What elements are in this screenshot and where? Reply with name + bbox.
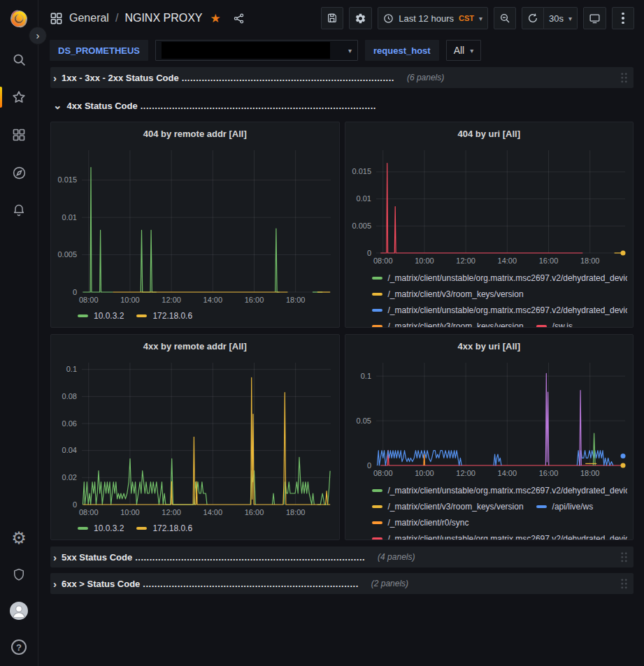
explore-compass-icon[interactable] [5,161,33,184]
svg-text:0: 0 [366,461,371,470]
row-drag-handle-icon[interactable] [620,578,628,590]
legend-item[interactable]: /_matrix/client/r0/sync [372,518,469,528]
legend-series-swatch [372,325,382,328]
variable-label-ds-prometheus: DS_PROMETHEUS [50,40,148,61]
panel-404-by-uri-all: 404 by uri [All]00.0050.010.01508:0010:0… [345,122,634,328]
legend-item[interactable]: /_matrix/client/unstable/org.matrix.msc2… [372,273,628,283]
legend-row: /_matrix/client/r0/sync [372,514,628,530]
row-drag-handle-icon[interactable] [620,72,628,84]
tv-mode-button[interactable] [583,7,606,29]
datasource-dropdown[interactable]: ▾ [155,40,358,61]
dashboards-icon[interactable] [5,123,33,147]
request-host-dropdown[interactable]: All ▾ [446,40,482,61]
legend-item[interactable]: 10.0.3.2 [78,523,124,533]
search-icon[interactable] [5,48,33,71]
row-title: 1xx - 3xx - 2xx Status Code [62,73,179,83]
legend-item[interactable]: /_matrix/client/v3/room_keys/version [372,289,524,299]
legend-item[interactable]: /_matrix/client/v3/room_keys/version [372,502,524,512]
alerting-bell-icon[interactable] [5,198,33,222]
refresh-button[interactable] [522,7,544,29]
legend-series-label: /_matrix/client/v3/room_keys/version [388,289,524,299]
time-range-picker[interactable]: Last 12 hours CST ▾ [378,7,488,29]
chevron-right-icon: › [53,72,57,84]
admin-shield-icon[interactable] [5,563,33,586]
legend-series-label: /api/live/ws [552,502,594,512]
legend-series-label: 10.0.3.2 [94,311,124,321]
legend-item[interactable]: /sw.js [536,321,573,328]
help-icon[interactable]: ? [5,635,33,659]
row-title-dots: ........................................… [143,579,358,589]
legend-series-swatch [136,527,147,530]
row-title: 6xx > Status Code [62,579,140,589]
refresh-interval-picker[interactable]: 30s ▾ [544,7,578,29]
panel-title[interactable]: 4xx by uri [All] [345,335,634,357]
panel-legend: 10.0.3.2172.18.0.6 [51,306,339,327]
monitor-icon [589,13,601,24]
chart-canvas[interactable]: 00.050.108:0010:0012:0014:0016:0018:00 [345,357,634,479]
row-6xx[interactable]: › 6xx > Status Code ....................… [50,573,634,594]
svg-text:0.01: 0.01 [62,213,77,222]
row-5xx[interactable]: › 5xx Status Code ......................… [50,546,634,567]
grafana-logo[interactable] [7,7,31,31]
chart-plot-area[interactable]: 00.050.108:0010:0012:0014:0016:0018:00 [345,357,634,479]
svg-text:10:00: 10:00 [120,296,140,304]
row-4xx[interactable]: ⌄ 4xx Status Code ......................… [50,94,634,117]
row-panel-count: (6 panels) [407,73,444,82]
panel-title[interactable]: 404 by uri [All] [345,122,634,145]
settings-gear-icon[interactable]: ⚙ [5,526,33,550]
svg-text:08:00: 08:00 [79,296,99,304]
refresh-group: 30s ▾ [522,7,578,29]
chart-canvas[interactable]: 00.0050.010.01508:0010:0012:0014:0016:00… [51,145,339,306]
legend-series-label: /sw.js [552,321,573,328]
favorite-star-icon[interactable]: ★ [210,11,221,26]
legend-series-swatch [372,277,382,280]
dashboard-title[interactable]: NGINX PROXY [124,12,202,24]
row-drag-handle-icon[interactable] [620,551,628,563]
share-icon[interactable] [233,13,245,24]
panel-title[interactable]: 4xx by remote addr [All] [51,335,339,357]
legend-item[interactable]: /api/live/ws [536,502,594,512]
breadcrumb-folder[interactable]: General [69,12,109,24]
user-avatar[interactable] [5,599,33,623]
row-1xx-3xx-2xx[interactable]: › 1xx - 3xx - 2xx Status Code ..........… [50,67,634,88]
chevron-down-icon: ▾ [479,15,482,22]
save-dashboard-button[interactable] [321,7,343,29]
legend-item[interactable]: /_matrix/client/v3/room_keys/version [372,321,524,328]
svg-text:14:00: 14:00 [497,256,517,265]
panel-4xx-by-uri-all: 4xx by uri [All]00.050.108:0010:0012:001… [345,334,634,540]
legend-item[interactable]: /_matrix/client/unstable/org.matrix.msc2… [372,486,628,495]
timezone-label: CST [459,14,474,22]
legend-series-swatch [78,527,88,530]
chart-canvas[interactable]: 00.0050.010.01508:0010:0012:0014:0016:00… [345,145,634,267]
svg-text:14:00: 14:00 [497,469,517,477]
legend-item[interactable]: /_matrix/client/unstable/org.matrix.msc2… [372,305,628,315]
legend-item[interactable]: 10.0.3.2 [78,311,124,321]
panel-title[interactable]: 404 by remote addr [All] [51,122,339,145]
legend-item[interactable]: /_matrix/client/unstable/org.matrix.msc2… [372,534,628,540]
zoom-out-button[interactable] [494,7,516,29]
legend-item[interactable]: 172.18.0.6 [136,523,192,533]
sidebar-expand-button[interactable]: › [29,27,47,45]
panel-legend: /_matrix/client/unstable/org.matrix.msc2… [345,267,634,327]
row-panel-count: (2 panels) [371,579,408,588]
chart-plot-area[interactable]: 00.0050.010.01508:0010:0012:0014:0016:00… [51,145,339,306]
legend-series-label: 172.18.0.6 [152,311,192,321]
svg-text:0.1: 0.1 [66,365,77,373]
clock-icon [383,13,394,24]
main-area: General / NGINX PROXY ★ [38,0,644,666]
chevron-down-icon: ▾ [348,47,352,55]
legend-row: /_matrix/client/unstable/org.matrix.msc2… [372,530,628,540]
starred-dashboards-icon[interactable] [5,85,33,109]
svg-text:0.015: 0.015 [352,167,371,175]
legend-item[interactable]: 172.18.0.6 [136,311,192,321]
svg-text:0.01: 0.01 [356,194,371,203]
chevron-down-icon: ▾ [470,47,473,55]
chart-plot-area[interactable]: 00.020.040.060.080.108:0010:0012:0014:00… [51,357,339,519]
dashboard-settings-button[interactable] [349,7,372,29]
kebab-menu-button[interactable] [612,7,634,29]
legend-row: /_matrix/client/unstable/org.matrix.msc2… [372,482,628,498]
chart-plot-area[interactable]: 00.0050.010.01508:0010:0012:0014:0016:00… [345,145,634,267]
legend-series-label: /_matrix/client/v3/room_keys/version [388,321,524,328]
svg-text:12:00: 12:00 [162,508,181,516]
chart-canvas[interactable]: 00.020.040.060.080.108:0010:0012:0014:00… [51,357,339,519]
